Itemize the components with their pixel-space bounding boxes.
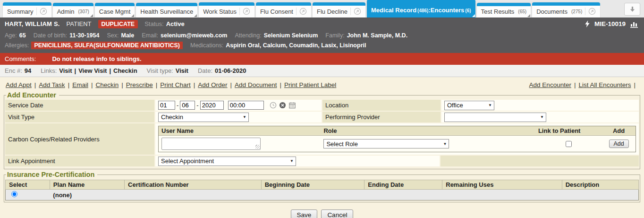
age-value: 65 [19,32,26,39]
allergies-label: Allergies: [5,42,29,49]
status-value: Active [166,20,185,27]
insurance-precert-table: Select Plan Name Certification Number Be… [5,180,639,201]
performing-provider-select[interactable]: ▼ [444,113,546,122]
tab-health-surveillance[interactable]: Health Surveillance [136,3,197,17]
email-label: Email: [142,32,158,39]
medications-value: Aspirin Oral, Calcium, Coumadin, Lasix, … [226,42,366,49]
link-to-patient-checkbox[interactable] [566,141,572,147]
visit-type-row: Visit Type Checkin ▼ Performing Provider… [5,112,639,122]
add-document-link[interactable]: Add Document [235,81,277,88]
tab-documents[interactable]: Documents(275) [532,2,600,17]
date-year-input[interactable] [200,101,224,110]
ins-header-beginning-date: Beginning Date [261,180,364,190]
visit-link[interactable]: Visit [59,67,72,74]
carbon-copies-input-row: Select Role ▼ Add [159,136,636,152]
ins-header-remaining-uses: Remaining Uses [442,180,562,190]
prescribe-link[interactable]: Prescribe [126,81,153,88]
add-order-link[interactable]: Add Order [198,81,227,88]
calendar-icon[interactable] [288,102,297,109]
service-date-label: Service Date [5,100,154,111]
clear-date-icon[interactable] [279,102,287,109]
tab-medical-record-encounters[interactable]: Medical Record(486):Encounters(6) [367,0,475,17]
role-select[interactable]: Select Role ▼ [323,139,449,148]
insurance-row-none: (none) [6,190,639,201]
comments-alert-bar: Comments: Do not release info to sibling… [0,53,644,65]
precert-none-radio[interactable] [11,191,17,197]
external-link-icon [296,8,307,15]
add-task-link[interactable]: Add Task [39,81,65,88]
menu-fold-icon [131,14,134,17]
tab-label: Work Status [203,8,237,15]
dropdown-arrow-icon: ▼ [243,115,246,119]
tab-summary[interactable]: Summary [3,2,51,17]
tab-flu-decline[interactable]: Flu Decline [313,2,365,17]
ins-header-description: Description [562,180,638,190]
add-encounter-link[interactable]: Add Encounter [529,81,571,88]
allergies-badge: PENICILLINS, SULFA(SULFONAMIDE ANTIBIOTI… [31,42,183,49]
checkin-link[interactable]: Checkin [113,67,137,74]
tab-case-mgmt[interactable]: Case Mgmt [95,3,135,17]
dob-value: 11-30-1954 [69,32,99,39]
visit-type-select[interactable]: Checkin ▼ [158,113,249,122]
comments-label: Comments: [5,55,36,62]
tab-label: Admin [57,8,75,15]
tab-work-status[interactable]: Work Status [199,2,254,17]
carbon-copies-header-row: User Name Role Link to Patient Add [159,126,636,136]
carbon-copies-row: Carbon Copies/Related Providers User Nam… [5,123,639,155]
tab-label: Test Results [481,8,515,15]
dropdown-arrow-icon: ▼ [540,115,544,119]
tab-label: Medical Record [371,7,416,14]
cc-add-button[interactable]: Add [609,140,629,148]
external-link-icon [36,8,47,15]
enc-number-value: 94 [25,67,31,74]
dropdown-arrow-icon: ▼ [443,142,447,146]
location-selected-value: Office [447,102,463,109]
cancel-button[interactable]: Cancel [321,209,353,218]
list-all-encounters-link[interactable]: List All Encounters [578,81,631,88]
visit-type-selected-value: Checkin [161,113,183,121]
tab-flu-consent[interactable]: Flu Consent [256,2,311,17]
status-label: Status: [144,20,163,27]
lightning-icon[interactable] [585,20,590,27]
tab-overflow-button[interactable] [624,3,640,16]
email-value: selenium@mieweb.com [161,32,227,39]
tab-count: (307) [78,9,89,14]
link-appointment-spacer-cell [441,156,639,166]
location-select[interactable]: Office ▼ [444,101,494,110]
tab-test-results[interactable]: Test Results(65) [477,3,531,17]
carbon-copies-table: User Name Role Link to Patient Add [158,126,636,152]
cc-header-role: Role [321,126,535,136]
tab-label: Flu Consent [260,8,293,15]
print-chart-link[interactable]: Print Chart [160,81,191,88]
patient-demographics: Age:65 Date of birth:11-30-1954 Sex:Male… [0,30,644,53]
date-month-input[interactable] [158,101,175,110]
down-arrow-icon [629,6,636,13]
date-day-input[interactable] [180,101,195,110]
email-link[interactable]: Email [72,81,88,88]
time-input[interactable] [228,101,264,110]
clock-icon[interactable] [269,102,277,109]
insurance-header-row: Select Plan Name Certification Number Be… [6,180,639,190]
tab-label: Documents [536,8,568,15]
comments-text: Do not release info to siblings. [52,55,141,62]
attending-label: Attending: [235,32,261,39]
user-name-input[interactable] [161,138,261,150]
print-patient-label-link[interactable]: Print Patient Label [284,81,336,88]
age-label: Age: [5,32,17,39]
sex-value: Male [121,32,134,39]
link-appointment-select[interactable]: Select Appointment ▼ [158,157,296,166]
menu-fold-icon [472,14,475,17]
tab-admin[interactable]: Admin(307) [53,3,93,17]
view-visit-link[interactable]: View Visit [78,67,107,74]
enc-date-label: Date: [198,67,212,74]
chart-icon[interactable] [630,20,639,28]
tab-label: :Encounters [428,7,464,14]
insurance-precert-section: Insurance Pre-Certification Select Plan … [4,171,640,202]
patient-header: HART, WILLIAM S. PATIENT DUPLICATE Statu… [0,17,644,30]
checkin-action-link[interactable]: Checkin [95,81,119,88]
save-button[interactable]: Save [291,209,318,218]
performing-provider-label: Performing Provider [322,112,441,122]
ins-header-select: Select [6,180,50,190]
location-label: Location [322,100,441,111]
add-appt-link[interactable]: Add Appt [6,81,32,88]
